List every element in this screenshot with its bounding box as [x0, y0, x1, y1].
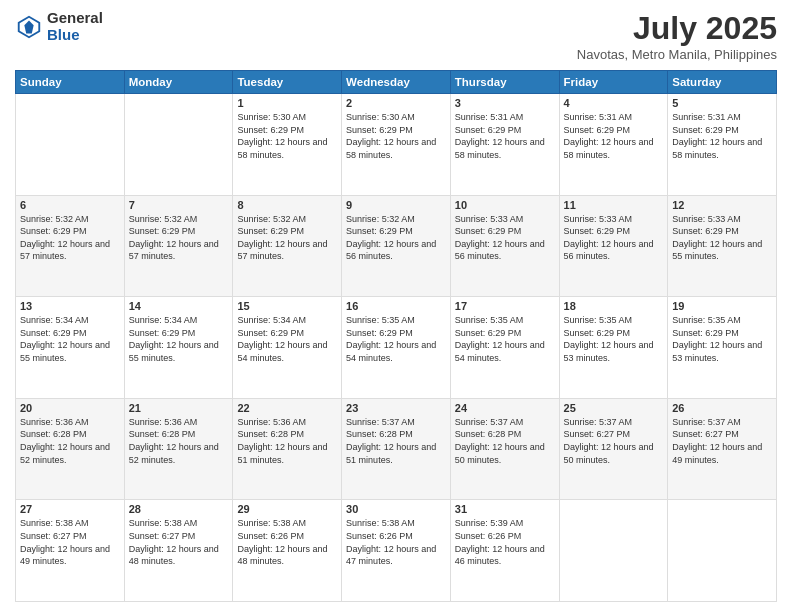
day-info: Sunrise: 5:32 AMSunset: 6:29 PMDaylight:…: [129, 213, 229, 263]
calendar-cell: 28Sunrise: 5:38 AMSunset: 6:27 PMDayligh…: [124, 500, 233, 602]
day-number: 8: [237, 199, 337, 211]
day-info: Sunrise: 5:38 AMSunset: 6:27 PMDaylight:…: [20, 517, 120, 567]
calendar-cell: 17Sunrise: 5:35 AMSunset: 6:29 PMDayligh…: [450, 297, 559, 399]
calendar-week-2: 6Sunrise: 5:32 AMSunset: 6:29 PMDaylight…: [16, 195, 777, 297]
day-number: 9: [346, 199, 446, 211]
day-number: 13: [20, 300, 120, 312]
day-info: Sunrise: 5:35 AMSunset: 6:29 PMDaylight:…: [672, 314, 772, 364]
title-block: July 2025 Navotas, Metro Manila, Philipp…: [577, 10, 777, 62]
day-number: 7: [129, 199, 229, 211]
calendar-cell: 21Sunrise: 5:36 AMSunset: 6:28 PMDayligh…: [124, 398, 233, 500]
subtitle: Navotas, Metro Manila, Philippines: [577, 47, 777, 62]
day-info: Sunrise: 5:34 AMSunset: 6:29 PMDaylight:…: [237, 314, 337, 364]
calendar-cell: 20Sunrise: 5:36 AMSunset: 6:28 PMDayligh…: [16, 398, 125, 500]
calendar-cell: 10Sunrise: 5:33 AMSunset: 6:29 PMDayligh…: [450, 195, 559, 297]
calendar-cell: 11Sunrise: 5:33 AMSunset: 6:29 PMDayligh…: [559, 195, 668, 297]
calendar-table: Sunday Monday Tuesday Wednesday Thursday…: [15, 70, 777, 602]
col-tuesday: Tuesday: [233, 71, 342, 94]
day-number: 1: [237, 97, 337, 109]
day-info: Sunrise: 5:37 AMSunset: 6:27 PMDaylight:…: [564, 416, 664, 466]
day-number: 27: [20, 503, 120, 515]
day-number: 20: [20, 402, 120, 414]
calendar-cell: 2Sunrise: 5:30 AMSunset: 6:29 PMDaylight…: [342, 94, 451, 196]
calendar-cell: 5Sunrise: 5:31 AMSunset: 6:29 PMDaylight…: [668, 94, 777, 196]
day-info: Sunrise: 5:37 AMSunset: 6:28 PMDaylight:…: [346, 416, 446, 466]
calendar-cell: 16Sunrise: 5:35 AMSunset: 6:29 PMDayligh…: [342, 297, 451, 399]
day-info: Sunrise: 5:32 AMSunset: 6:29 PMDaylight:…: [237, 213, 337, 263]
day-info: Sunrise: 5:36 AMSunset: 6:28 PMDaylight:…: [237, 416, 337, 466]
calendar-cell: 7Sunrise: 5:32 AMSunset: 6:29 PMDaylight…: [124, 195, 233, 297]
day-number: 18: [564, 300, 664, 312]
calendar-cell: 14Sunrise: 5:34 AMSunset: 6:29 PMDayligh…: [124, 297, 233, 399]
calendar-cell: 19Sunrise: 5:35 AMSunset: 6:29 PMDayligh…: [668, 297, 777, 399]
calendar-cell: 29Sunrise: 5:38 AMSunset: 6:26 PMDayligh…: [233, 500, 342, 602]
header: General Blue July 2025 Navotas, Metro Ma…: [15, 10, 777, 62]
col-wednesday: Wednesday: [342, 71, 451, 94]
day-info: Sunrise: 5:38 AMSunset: 6:26 PMDaylight:…: [346, 517, 446, 567]
logo-general-text: General: [47, 10, 103, 27]
calendar-cell: [668, 500, 777, 602]
day-number: 19: [672, 300, 772, 312]
day-info: Sunrise: 5:36 AMSunset: 6:28 PMDaylight:…: [20, 416, 120, 466]
day-info: Sunrise: 5:31 AMSunset: 6:29 PMDaylight:…: [672, 111, 772, 161]
day-number: 28: [129, 503, 229, 515]
day-info: Sunrise: 5:33 AMSunset: 6:29 PMDaylight:…: [564, 213, 664, 263]
day-info: Sunrise: 5:37 AMSunset: 6:27 PMDaylight:…: [672, 416, 772, 466]
calendar-cell: 18Sunrise: 5:35 AMSunset: 6:29 PMDayligh…: [559, 297, 668, 399]
calendar-cell: 1Sunrise: 5:30 AMSunset: 6:29 PMDaylight…: [233, 94, 342, 196]
col-friday: Friday: [559, 71, 668, 94]
page: General Blue July 2025 Navotas, Metro Ma…: [0, 0, 792, 612]
day-number: 22: [237, 402, 337, 414]
day-number: 11: [564, 199, 664, 211]
calendar-header-row: Sunday Monday Tuesday Wednesday Thursday…: [16, 71, 777, 94]
calendar-cell: [16, 94, 125, 196]
day-number: 3: [455, 97, 555, 109]
day-number: 5: [672, 97, 772, 109]
calendar-week-3: 13Sunrise: 5:34 AMSunset: 6:29 PMDayligh…: [16, 297, 777, 399]
col-sunday: Sunday: [16, 71, 125, 94]
day-info: Sunrise: 5:33 AMSunset: 6:29 PMDaylight:…: [455, 213, 555, 263]
day-number: 21: [129, 402, 229, 414]
calendar-cell: 3Sunrise: 5:31 AMSunset: 6:29 PMDaylight…: [450, 94, 559, 196]
day-number: 31: [455, 503, 555, 515]
logo: General Blue: [15, 10, 103, 43]
logo-text: General Blue: [47, 10, 103, 43]
day-info: Sunrise: 5:35 AMSunset: 6:29 PMDaylight:…: [455, 314, 555, 364]
calendar-cell: 8Sunrise: 5:32 AMSunset: 6:29 PMDaylight…: [233, 195, 342, 297]
day-info: Sunrise: 5:30 AMSunset: 6:29 PMDaylight:…: [237, 111, 337, 161]
col-monday: Monday: [124, 71, 233, 94]
day-number: 24: [455, 402, 555, 414]
calendar-cell: 30Sunrise: 5:38 AMSunset: 6:26 PMDayligh…: [342, 500, 451, 602]
calendar-cell: 6Sunrise: 5:32 AMSunset: 6:29 PMDaylight…: [16, 195, 125, 297]
calendar-cell: 25Sunrise: 5:37 AMSunset: 6:27 PMDayligh…: [559, 398, 668, 500]
day-number: 23: [346, 402, 446, 414]
day-number: 4: [564, 97, 664, 109]
day-number: 26: [672, 402, 772, 414]
calendar-cell: 13Sunrise: 5:34 AMSunset: 6:29 PMDayligh…: [16, 297, 125, 399]
day-number: 29: [237, 503, 337, 515]
calendar-cell: [559, 500, 668, 602]
calendar-cell: 12Sunrise: 5:33 AMSunset: 6:29 PMDayligh…: [668, 195, 777, 297]
calendar-cell: 15Sunrise: 5:34 AMSunset: 6:29 PMDayligh…: [233, 297, 342, 399]
day-info: Sunrise: 5:36 AMSunset: 6:28 PMDaylight:…: [129, 416, 229, 466]
calendar-week-1: 1Sunrise: 5:30 AMSunset: 6:29 PMDaylight…: [16, 94, 777, 196]
day-number: 12: [672, 199, 772, 211]
calendar-cell: [124, 94, 233, 196]
calendar-week-5: 27Sunrise: 5:38 AMSunset: 6:27 PMDayligh…: [16, 500, 777, 602]
day-number: 30: [346, 503, 446, 515]
day-number: 10: [455, 199, 555, 211]
calendar-cell: 24Sunrise: 5:37 AMSunset: 6:28 PMDayligh…: [450, 398, 559, 500]
day-number: 2: [346, 97, 446, 109]
day-info: Sunrise: 5:32 AMSunset: 6:29 PMDaylight:…: [346, 213, 446, 263]
logo-icon: [15, 13, 43, 41]
calendar-cell: 22Sunrise: 5:36 AMSunset: 6:28 PMDayligh…: [233, 398, 342, 500]
day-number: 17: [455, 300, 555, 312]
day-info: Sunrise: 5:38 AMSunset: 6:26 PMDaylight:…: [237, 517, 337, 567]
calendar-cell: 26Sunrise: 5:37 AMSunset: 6:27 PMDayligh…: [668, 398, 777, 500]
day-info: Sunrise: 5:34 AMSunset: 6:29 PMDaylight:…: [20, 314, 120, 364]
calendar-week-4: 20Sunrise: 5:36 AMSunset: 6:28 PMDayligh…: [16, 398, 777, 500]
day-info: Sunrise: 5:35 AMSunset: 6:29 PMDaylight:…: [564, 314, 664, 364]
day-info: Sunrise: 5:38 AMSunset: 6:27 PMDaylight:…: [129, 517, 229, 567]
day-info: Sunrise: 5:34 AMSunset: 6:29 PMDaylight:…: [129, 314, 229, 364]
day-number: 6: [20, 199, 120, 211]
